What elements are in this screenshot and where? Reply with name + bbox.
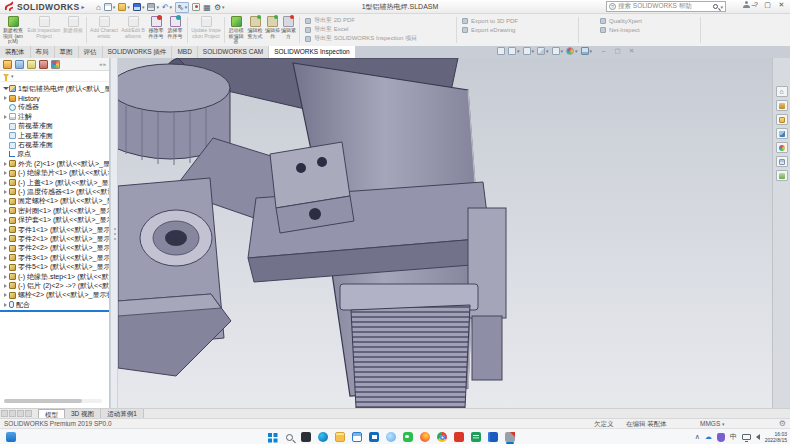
tree-item-annotations[interactable]: 注解 — [0, 112, 109, 121]
security-shield-icon[interactable] — [717, 433, 725, 442]
tab-displaymanager-icon[interactable] — [51, 60, 60, 69]
speaker-icon[interactable] — [756, 434, 760, 440]
expand-icon[interactable] — [2, 171, 9, 175]
tab-dimxpertmanager-icon[interactable] — [39, 60, 48, 69]
logo-flyout-icon[interactable]: ▸ — [82, 3, 85, 10]
assembly-model[interactable] — [118, 58, 790, 408]
expand-icon[interactable] — [2, 228, 9, 232]
chrome-button[interactable] — [436, 431, 448, 443]
zoom-area-button[interactable]: ▾ — [508, 47, 520, 55]
tree-item-component[interactable]: 零件5<1> (默认<<默认>_显示状态-1> — [0, 262, 109, 271]
tree-item-component[interactable]: 零件2<1> (默认<<默认>_显示状态-1> — [0, 234, 109, 243]
tab-model[interactable]: 模型 — [38, 409, 65, 419]
tree-item-right-plane[interactable]: 右视基准面 — [0, 140, 109, 149]
search-scope-icon[interactable]: ? — [609, 3, 616, 10]
export-2d-pdf-button[interactable]: 导出至 2D PDF — [305, 16, 455, 25]
caret-icon[interactable]: ▾ — [720, 4, 723, 10]
tab-sketch[interactable]: 草图 — [55, 46, 79, 58]
tree-item-sensors[interactable]: 传感器 — [0, 103, 109, 112]
tab-featuremanager-icon[interactable] — [3, 60, 12, 69]
wechat-app-button[interactable] — [402, 431, 414, 443]
update-inspection-project-button[interactable]: Update Inspection Project — [190, 16, 222, 45]
tree-item-component[interactable]: (-) 温度传感器<1> (默认<<默认>_显示状态-1> — [0, 187, 109, 196]
restore-button[interactable]: ▢ — [761, 1, 774, 9]
tab-addins[interactable]: SOLIDWORKS 插件 — [103, 46, 173, 58]
tree-item-component[interactable]: 零件1<1> (默认<<默认>_显示状态-1> — [0, 225, 109, 234]
export-edrawing-button[interactable]: Export eDrawing — [462, 25, 574, 34]
tab-configurationmanager-icon[interactable] — [27, 60, 36, 69]
expand-icon[interactable] — [2, 237, 9, 241]
expand-icon[interactable] — [2, 190, 9, 194]
tree-item-component[interactable]: (-) 绝缘垫片<1> (默认<<默认>_显示状态-1> — [0, 169, 109, 178]
tab-cam[interactable]: SOLIDWORKS CAM — [198, 46, 269, 58]
widgets-button[interactable] — [6, 432, 16, 442]
expand-icon[interactable] — [2, 218, 9, 222]
display-style-button[interactable]: ▾ — [552, 47, 564, 55]
file-properties-button[interactable]: ▦ — [203, 3, 211, 12]
select-balloons-button[interactable]: 选择零件序号 — [166, 16, 184, 45]
tab-motion-study[interactable]: 运动算例1 — [101, 409, 144, 419]
doc-minimize-button[interactable]: – — [598, 47, 609, 55]
expand-icon[interactable] — [2, 162, 9, 166]
caret-icon[interactable]: ▾ — [11, 73, 14, 79]
tab-mbd[interactable]: MBD — [172, 46, 197, 58]
tree-item-component[interactable]: 固定螺栓<1> (默认<<默认>_显示状态-1> — [0, 197, 109, 206]
view-palette-button[interactable] — [776, 128, 788, 139]
zoom-fit-button[interactable] — [497, 47, 505, 55]
new-inspection-project-button[interactable]: 新建检查项目 (amp;M) — [1, 16, 25, 45]
solidworks-taskbar-button[interactable] — [504, 431, 516, 443]
add-characteristic-button[interactable]: Add Characteristic — [89, 16, 119, 45]
tab-scroll-next-button[interactable] — [17, 410, 24, 417]
export-inspection-project-button[interactable]: 导出至 SOLIDWORKS Inspection 项目 — [305, 34, 455, 43]
doc-restore-button[interactable]: ▢ — [612, 47, 623, 55]
tray-chevron-up-icon[interactable]: ∧ — [695, 433, 700, 441]
section-view-button[interactable]: ▾ — [523, 47, 535, 55]
file-explorer-button[interactable] — [334, 431, 346, 443]
rebuild-button[interactable] — [192, 3, 200, 11]
graphics-viewport[interactable]: 35% 0KB/s 0.1KB/s — [0, 58, 790, 408]
expand-icon[interactable] — [2, 256, 9, 260]
tab-evaluate[interactable]: 评估 — [79, 46, 103, 58]
tab-layout[interactable]: 布局 — [31, 46, 55, 58]
tree-item-component[interactable]: (-) 绝缘垫.step<1> (默认<<默认>_显示状态-1> — [0, 272, 109, 281]
solidworks-resources-button[interactable]: ⌂ — [776, 86, 788, 97]
tree-item-origin[interactable]: 原点 — [0, 150, 109, 159]
tree-item-mates[interactable]: 配合 — [0, 300, 109, 309]
expand-icon[interactable] — [2, 181, 9, 185]
start-button[interactable] — [266, 431, 278, 443]
weather-app-button[interactable] — [385, 431, 397, 443]
tab-scroll-prev-button[interactable] — [9, 410, 16, 417]
design-library-button[interactable] — [776, 100, 788, 111]
launch-template-editor-button[interactable]: 启动模板编辑器 — [227, 16, 245, 45]
edit-method-button[interactable]: 编辑紧方 — [281, 16, 296, 45]
filter-funnel-icon[interactable] — [3, 74, 9, 78]
store-app-button[interactable] — [368, 431, 380, 443]
view-orientation-button[interactable]: ▾ — [537, 47, 549, 55]
expand-icon[interactable] — [2, 284, 9, 288]
file-explorer-button[interactable] — [776, 114, 788, 125]
home-button[interactable]: ⌂ — [96, 3, 101, 12]
custom-properties-button[interactable] — [776, 156, 788, 167]
tree-item-component[interactable]: 密封圈<1> (默认<<默认>_显示状态-1> — [0, 206, 109, 215]
panel-splitter[interactable] — [110, 58, 118, 408]
edge-browser-button[interactable] — [317, 431, 329, 443]
onedrive-cloud-icon[interactable]: ☁ — [705, 433, 712, 441]
word-app-button[interactable] — [487, 431, 499, 443]
search-input[interactable]: 搜索 SOLIDWORKS 帮助 — [618, 2, 711, 11]
tab-propertymanager-icon[interactable] — [15, 60, 24, 69]
expand-icon[interactable] — [2, 209, 9, 213]
expand-icon[interactable] — [2, 85, 9, 92]
apply-scene-button[interactable]: ▾ — [581, 47, 593, 55]
close-button[interactable]: ✕ — [775, 1, 788, 9]
remove-balloons-button[interactable]: 移除零件序号 — [147, 16, 165, 45]
tree-item-component[interactable]: 零件3<1> (默认<<默认>_显示状态-1> — [0, 253, 109, 262]
mail-app-button[interactable] — [351, 431, 363, 443]
expand-icon[interactable] — [2, 115, 9, 119]
select-tool-button[interactable]: ⇖▾ — [175, 2, 189, 13]
add-edit-balloons-button[interactable]: Add/Edit Balloons — [120, 16, 146, 45]
tab-scroll-last-button[interactable] — [25, 410, 32, 417]
browser-app-button[interactable] — [419, 431, 431, 443]
tree-item-top-plane[interactable]: 上视基准面 — [0, 131, 109, 140]
export-excel-button[interactable]: 导出至 Excel — [305, 25, 455, 34]
tree-item-component[interactable]: 外壳 (2)<1> (默认<<默认>_显示状态-1> — [0, 159, 109, 168]
